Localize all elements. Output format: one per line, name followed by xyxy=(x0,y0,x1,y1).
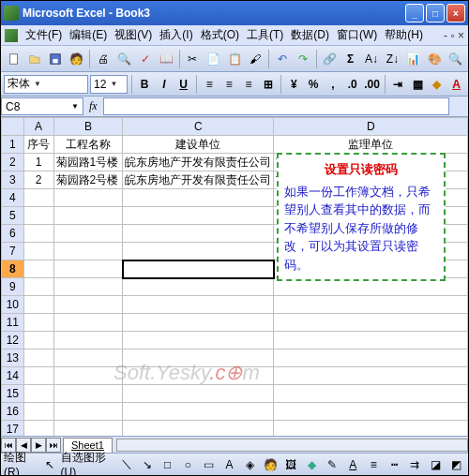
align-right-button[interactable]: ≡ xyxy=(240,75,258,94)
cell[interactable]: 监理单位 xyxy=(274,136,468,154)
align-left-button[interactable]: ≡ xyxy=(201,75,219,94)
cell[interactable] xyxy=(123,243,274,260)
indent-button[interactable]: ⇥ xyxy=(389,75,407,94)
menu-format[interactable]: 格式(O) xyxy=(197,25,243,45)
cell[interactable] xyxy=(53,332,123,350)
cut-button[interactable]: ✂ xyxy=(183,49,203,69)
line-button[interactable]: ＼ xyxy=(117,454,136,475)
name-box[interactable]: C8▼ xyxy=(1,97,83,115)
format-painter-button[interactable]: 🖌 xyxy=(246,49,265,69)
cell[interactable] xyxy=(23,260,53,278)
3d-button[interactable]: ◩ xyxy=(446,454,465,475)
cell[interactable]: 工程名称 xyxy=(53,136,123,154)
cell[interactable] xyxy=(23,421,53,437)
row-header[interactable]: 1 xyxy=(2,136,24,154)
cell[interactable] xyxy=(23,367,53,385)
preview-button[interactable]: 🔍 xyxy=(114,49,134,69)
menu-edit[interactable]: 编辑(E) xyxy=(66,25,111,45)
cell[interactable] xyxy=(53,403,123,421)
underline-button[interactable]: U xyxy=(174,75,192,94)
cell[interactable] xyxy=(23,296,53,314)
select-objects-button[interactable]: ↖ xyxy=(40,454,59,475)
row-header[interactable]: 7 xyxy=(2,243,24,260)
cell[interactable]: 皖东房地产开发有限责任公司 xyxy=(123,154,274,171)
row-header[interactable]: 6 xyxy=(2,225,24,243)
row-header[interactable]: 16 xyxy=(2,403,24,421)
cell[interactable] xyxy=(53,225,123,243)
select-all-corner[interactable] xyxy=(2,118,24,136)
clipart-button[interactable]: 🧑 xyxy=(261,454,280,475)
row-header[interactable]: 9 xyxy=(2,278,24,296)
spreadsheet-grid[interactable]: A B C D 1 序号 工程名称 建设单位 监理单位 2 1 菊园路1号楼 皖… xyxy=(1,117,468,436)
comma-button[interactable]: , xyxy=(325,75,342,94)
formula-input[interactable] xyxy=(103,97,449,115)
row-header[interactable]: 3 xyxy=(2,171,24,189)
hyperlink-button[interactable]: 🔗 xyxy=(320,49,340,69)
col-header-A[interactable]: A xyxy=(23,118,53,136)
cell[interactable] xyxy=(23,385,53,403)
inc-decimal-button[interactable]: .0 xyxy=(343,75,361,94)
permission-button[interactable]: 🧑 xyxy=(67,49,86,69)
row-header[interactable]: 12 xyxy=(2,332,24,350)
oval-button[interactable]: ○ xyxy=(179,454,198,475)
merge-button[interactable]: ⊞ xyxy=(259,75,277,94)
textbox-button[interactable]: ▭ xyxy=(199,454,218,475)
active-cell[interactable] xyxy=(123,260,274,278)
cell[interactable]: 序号 xyxy=(23,136,53,154)
arrowstyle-button[interactable]: ⇉ xyxy=(405,454,424,475)
cell[interactable] xyxy=(23,278,53,296)
research-button[interactable]: 📖 xyxy=(156,49,175,69)
paste-button[interactable]: 📋 xyxy=(224,49,244,69)
shadow-button[interactable]: ◪ xyxy=(426,454,445,475)
arrow-button[interactable]: ↘ xyxy=(138,454,157,475)
diagram-button[interactable]: ◈ xyxy=(240,454,259,475)
cell[interactable]: 2 xyxy=(23,171,53,189)
zoom-button[interactable]: 🔍 xyxy=(446,49,465,69)
cell[interactable] xyxy=(123,189,274,207)
col-header-B[interactable]: B xyxy=(53,118,123,136)
redo-button[interactable]: ↷ xyxy=(293,49,312,69)
row-header[interactable]: 10 xyxy=(2,296,24,314)
cell[interactable] xyxy=(23,225,53,243)
mdi-close-button[interactable]: - ▫ × xyxy=(441,29,464,42)
cell[interactable] xyxy=(123,403,274,421)
cell[interactable] xyxy=(123,207,274,225)
fill-color-button[interactable]: ◆ xyxy=(428,75,446,94)
row-header[interactable]: 11 xyxy=(2,314,24,332)
print-button[interactable]: 🖨 xyxy=(93,49,113,69)
cell[interactable] xyxy=(53,243,123,260)
italic-button[interactable]: I xyxy=(155,75,173,94)
percent-button[interactable]: % xyxy=(305,75,323,94)
cell[interactable] xyxy=(123,332,274,350)
menu-view[interactable]: 视图(V) xyxy=(111,25,156,45)
tab-last-button[interactable]: ⏭ xyxy=(46,438,61,453)
cell[interactable]: 建设单位 xyxy=(123,136,274,154)
cell[interactable] xyxy=(274,403,468,421)
cell[interactable] xyxy=(23,207,53,225)
cell[interactable] xyxy=(53,278,123,296)
bold-button[interactable]: B xyxy=(136,75,154,94)
row-header[interactable]: 8 xyxy=(2,260,24,278)
rect-button[interactable]: □ xyxy=(159,454,177,475)
cell[interactable] xyxy=(123,350,274,367)
row-header[interactable]: 17 xyxy=(2,421,24,437)
cell[interactable] xyxy=(53,421,123,437)
spell-button[interactable]: ✓ xyxy=(135,49,155,69)
close-button[interactable]: × xyxy=(446,4,465,22)
cell[interactable] xyxy=(53,350,123,367)
font-size-combo[interactable]: 12▼ xyxy=(90,75,128,94)
cell[interactable] xyxy=(274,314,468,332)
cell[interactable]: 1 xyxy=(23,154,53,171)
borders-button[interactable]: ▦ xyxy=(409,75,427,94)
cell[interactable] xyxy=(53,189,123,207)
cell[interactable] xyxy=(274,421,468,437)
cell[interactable] xyxy=(53,260,123,278)
minimize-button[interactable]: _ xyxy=(405,4,424,22)
linecolor-button[interactable]: ✎ xyxy=(323,454,341,475)
cell[interactable] xyxy=(123,278,274,296)
cell[interactable]: 皖东房地产开发有限责任公司 xyxy=(123,171,274,189)
col-header-D[interactable]: D xyxy=(274,118,468,136)
align-center-button[interactable]: ≡ xyxy=(220,75,238,94)
menu-tools[interactable]: 工具(T) xyxy=(243,25,287,45)
row-header[interactable]: 2 xyxy=(2,154,24,171)
